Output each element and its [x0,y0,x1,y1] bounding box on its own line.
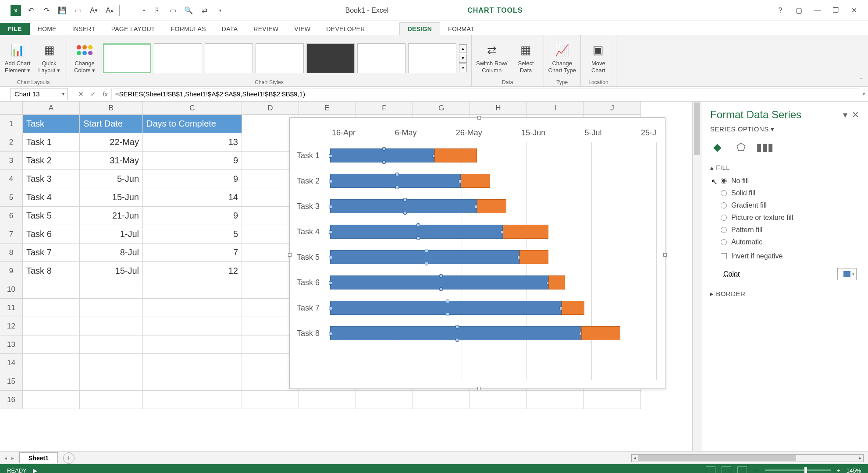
cell-B12[interactable] [80,317,143,335]
row-header-14[interactable]: 14 [0,354,23,372]
chart-style-4[interactable] [256,43,304,73]
cell-B2[interactable]: 22-May [80,133,143,152]
zoom-slider[interactable] [765,469,831,471]
col-header-E[interactable]: E [299,102,356,115]
row-header-6[interactable]: 6 [0,207,23,225]
col-header-G[interactable]: G [413,102,470,115]
cell-B1[interactable]: Start Date [80,115,143,133]
chart-series1-bar[interactable] [330,199,477,213]
ribbon-display-button[interactable]: ▢ [793,5,804,16]
chart-bar-row-7[interactable]: Task 8 [332,321,656,346]
row-header-5[interactable]: 5 [0,188,23,207]
row-header-16[interactable]: 16 [0,391,23,409]
col-header-J[interactable]: J [584,102,641,115]
switch-row-column-button[interactable]: ⇄ Switch Row/ Column [476,42,508,74]
v-scrollbar[interactable] [692,102,701,451]
chart-style-5[interactable] [306,43,355,73]
tab-home[interactable]: HOME [30,23,64,35]
cell-I16[interactable] [527,391,584,409]
chart-bar-row-4[interactable]: Task 5 [332,244,656,270]
zoom-out-button[interactable]: — [753,467,759,473]
gallery-more[interactable]: ▾ [459,64,467,72]
row-header-3[interactable]: 3 [0,152,23,170]
chart-style-7[interactable] [408,43,456,73]
cell-A16[interactable] [23,391,80,409]
chart-series1-bar[interactable] [330,301,562,315]
zoom-in-button[interactable]: + [837,467,840,473]
gallery-down[interactable]: ▼ [459,54,467,63]
cell-C8[interactable]: 7 [143,244,242,262]
chart-bar-row-6[interactable]: Task 7 [332,295,656,321]
fill-line-icon[interactable]: ◆ [710,140,724,154]
cell-C16[interactable] [143,391,242,409]
view-normal-button[interactable] [706,466,715,473]
cell-B13[interactable] [80,335,143,354]
row-header-4[interactable]: 4 [0,170,23,188]
row-header-11[interactable]: 11 [0,299,23,317]
cell-H16[interactable] [470,391,527,409]
border-section-header[interactable]: ▸ BORDER [710,290,859,298]
fill-option-no fill[interactable]: No fill [721,177,859,185]
qat-btn-1[interactable]: ⎘ [151,4,163,17]
series-options-icon[interactable]: ▮▮▮ [758,140,772,154]
view-page-layout-button[interactable] [722,466,731,473]
cell-B4[interactable]: 5-Jun [80,170,143,188]
chart-bar-row-0[interactable]: Task 1 [332,143,656,168]
tab-review[interactable]: REVIEW [245,23,286,35]
cell-A7[interactable]: Task 6 [23,225,80,244]
cell-C14[interactable] [143,354,242,372]
accept-formula-button[interactable]: ✓ [87,88,99,100]
h-scrollbar[interactable]: ◂ ▸ [631,454,864,462]
cell-G16[interactable] [413,391,470,409]
select-data-button[interactable]: ▦ Select Data [513,42,539,74]
cell-A8[interactable]: Task 7 [23,244,80,262]
cell-B8[interactable]: 8-Jul [80,244,143,262]
cell-D16[interactable] [242,391,299,409]
change-chart-type-button[interactable]: 📈 Change Chart Type [548,42,576,74]
tab-page-layout[interactable]: PAGE LAYOUT [103,23,163,35]
chart-series2-bar[interactable] [562,301,584,315]
row-header-15[interactable]: 15 [0,372,23,391]
sheet-tab-sheet1[interactable]: Sheet1 [19,452,58,463]
row-header-10[interactable]: 10 [0,280,23,299]
cell-A13[interactable] [23,335,80,354]
cell-B5[interactable]: 15-Jun [80,188,143,207]
chart-series1-bar[interactable] [330,250,519,264]
add-chart-element-button[interactable]: 📊 Add Chart Element ▾ [4,42,31,74]
cancel-formula-button[interactable]: ✕ [75,88,87,100]
chart-series2-bar[interactable] [477,199,506,213]
tab-view[interactable]: VIEW [286,23,318,35]
col-header-F[interactable]: F [356,102,413,115]
fill-section-header[interactable]: ▴ FILL [710,164,859,172]
cell-C4[interactable]: 9 [143,170,242,188]
cell-B14[interactable] [80,354,143,372]
col-header-D[interactable]: D [242,102,299,115]
fill-option-automatic[interactable]: Automatic [721,238,859,246]
cell-C13[interactable] [143,335,242,354]
row-header-13[interactable]: 13 [0,335,23,354]
cell-C12[interactable] [143,317,242,335]
move-chart-button[interactable]: ▣ Move Chart [585,42,612,74]
cell-A11[interactable] [23,299,80,317]
sheet-nav-next[interactable]: ▸ [11,455,14,461]
cell-C1[interactable]: Days to Complete [143,115,242,133]
cell-A6[interactable]: Task 5 [23,207,80,225]
row-header-8[interactable]: 8 [0,244,23,262]
cell-C6[interactable]: 9 [143,207,242,225]
restore-button[interactable]: ❐ [830,5,841,16]
font-size-input[interactable] [119,5,147,16]
tab-data[interactable]: DATA [214,23,245,35]
cell-A12[interactable] [23,317,80,335]
cell-A1[interactable]: Task [23,115,80,133]
chart-style-6[interactable] [357,43,406,73]
cell-A3[interactable]: Task 2 [23,152,80,170]
chart-style-2[interactable] [154,43,202,73]
cell-A4[interactable]: Task 3 [23,170,80,188]
gallery-up[interactable]: ▲ [459,44,467,53]
chart-bar-row-5[interactable]: Task 6 [332,270,656,295]
row-header-12[interactable]: 12 [0,317,23,335]
fill-option-picture or texture fill[interactable]: Picture or texture fill [721,214,859,222]
zoom-level[interactable]: 145% [847,467,861,473]
qat-btn-2[interactable]: ▭ [167,4,179,17]
redo-button[interactable]: ↷ [40,4,53,17]
